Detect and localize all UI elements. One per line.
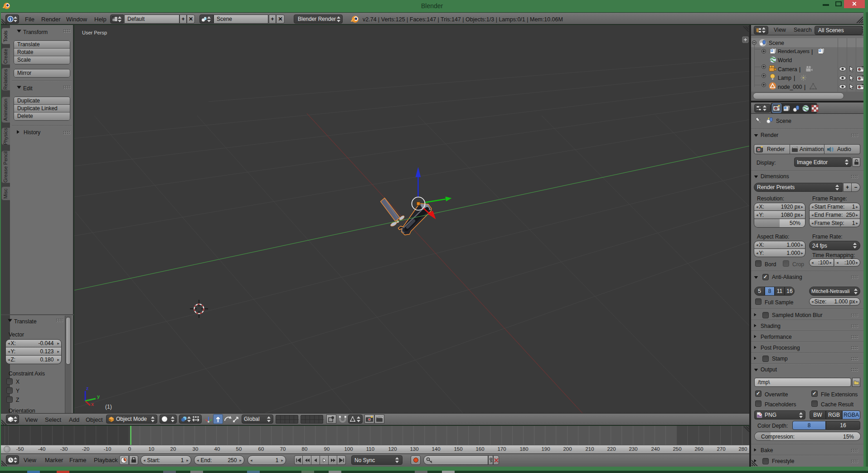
- svg-text:i: i: [10, 17, 11, 22]
- svg-text:(1): (1): [105, 404, 112, 410]
- svg-text:x: x: [91, 401, 94, 407]
- svg-text:z: z: [86, 385, 89, 391]
- svg-text:y: y: [97, 394, 100, 399]
- svg-text:User Persp: User Persp: [82, 30, 107, 35]
